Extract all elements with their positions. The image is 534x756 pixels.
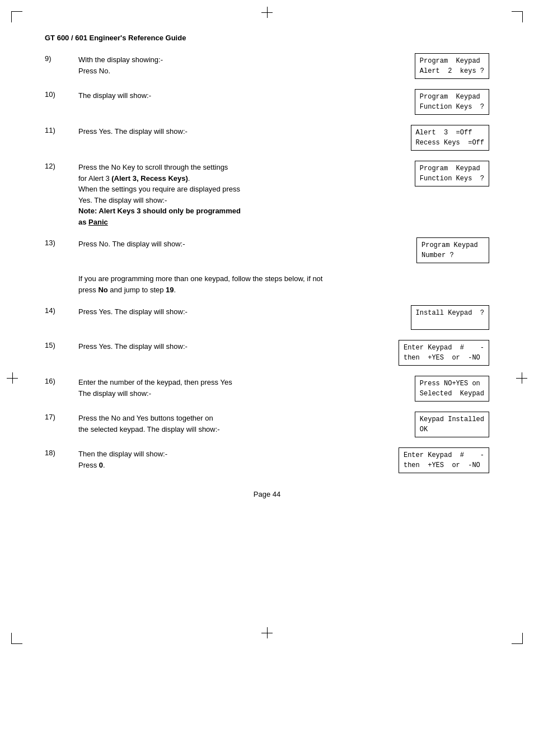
step-text-12: Press the No Key to scroll through the s… [78,161,269,227]
note-text: If you are programming more than one key… [78,273,322,295]
step-13-text: Press No. The display will show:- [78,240,185,248]
step-11-text: Press Yes. The display will show:- [78,127,188,136]
display-box-area-9: Program Keypad Alert 2 keys ? [415,53,489,79]
step-12-text: Press the No Key to scroll through the s… [78,163,241,226]
display-box-9: Program Keypad Alert 2 keys ? [415,53,489,79]
page: GT 600 / 601 Engineer's Reference Guide … [0,0,534,756]
corner-mark-tr [512,11,523,22]
display-box-15: Enter Keypad # - then +YES or -NO [399,340,489,366]
corner-mark-br [512,633,523,644]
step-num-9: 9) [45,53,78,63]
display-box-area-14: Install Keypad ? [411,305,489,330]
step-text-10: The display will show:- [78,89,269,101]
step-10-text: The display will show:- [78,91,151,100]
step-text-18: Then the display will show:-Press 0. [78,447,269,470]
display-box-14: Install Keypad ? [411,305,489,330]
display-box-area-10: Program Keypad Function Keys ? [415,89,489,115]
step-16: 16) Enter the number of the keypad, then… [45,376,489,402]
cross-left [7,372,18,384]
cross-bottom [261,627,273,638]
display-box-area-13: Program Keypad Number ? [416,237,489,263]
cross-top [261,7,273,18]
display-box-18: Enter Keypad # - then +YES or -NO [399,447,489,473]
step-num-18: 18) [45,447,78,457]
display-box-area-11: Alert 3 =Off Recess Keys =Off [411,125,489,151]
step-text-16: Enter the number of the keypad, then pre… [78,376,269,399]
step-18: 18) Then the display will show:-Press 0.… [45,447,489,473]
page-title: GT 600 / 601 Engineer's Reference Guide [45,34,489,42]
step-num-16: 16) [45,376,78,385]
step-9: 9) With the display showing:-Press No. P… [45,53,489,79]
display-box-11: Alert 3 =Off Recess Keys =Off [411,125,489,151]
step-17: 17) Press the No and Yes buttons togethe… [45,412,489,437]
step-num-17: 17) [45,412,78,421]
step-16-text: Enter the number of the keypad, then pre… [78,378,232,398]
cross-right [516,372,527,384]
step-18-text: Then the display will show:-Press 0. [78,450,167,469]
display-box-area-17: Keypad Installed OK [415,412,489,437]
step-13: 13) Press No. The display will show:- Pr… [45,237,489,263]
note-block: If you are programming more than one key… [45,273,489,295]
step-text-13: Press No. The display will show:- [78,237,269,250]
step-17-text: Press the No and Yes buttons together on… [78,414,220,433]
corner-mark-tl [11,11,22,22]
display-box-12: Program Keypad Function Keys ? [415,161,489,186]
page-footer: Page 44 [45,490,489,498]
display-box-17: Keypad Installed OK [415,412,489,437]
display-box-area-18: Enter Keypad # - then +YES or -NO [399,447,489,473]
step-num-14: 14) [45,305,78,315]
step-10: 10) The display will show:- Program Keyp… [45,89,489,115]
display-box-16: Press NO+YES on Selected Keypad [415,376,489,402]
step-15: 15) Press Yes. The display will show:- E… [45,340,489,366]
step-14: 14) Press Yes. The display will show:- I… [45,305,489,330]
step-12: 12) Press the No Key to scroll through t… [45,161,489,227]
page-number: Page 44 [254,490,280,498]
display-box-area-12: Program Keypad Function Keys ? [415,161,489,186]
step-text-11: Press Yes. The display will show:- [78,125,269,137]
step-num-11: 11) [45,125,78,134]
display-box-area-16: Press NO+YES on Selected Keypad [415,376,489,402]
step-num-15: 15) [45,340,78,349]
step-14-text: Press Yes. The display will show:- [78,307,188,316]
step-9-text: With the display showing:-Press No. [78,55,163,75]
step-text-9: With the display showing:-Press No. [78,53,269,76]
step-text-15: Press Yes. The display will show:- [78,340,269,352]
corner-mark-bl [11,633,22,644]
step-15-text: Press Yes. The display will show:- [78,342,188,351]
step-text-17: Press the No and Yes buttons together on… [78,412,269,435]
step-text-14: Press Yes. The display will show:- [78,305,269,318]
step-num-12: 12) [45,161,78,170]
display-box-13: Program Keypad Number ? [416,237,489,263]
display-box-area-15: Enter Keypad # - then +YES or -NO [399,340,489,366]
display-box-10: Program Keypad Function Keys ? [415,89,489,115]
step-11: 11) Press Yes. The display will show:- A… [45,125,489,151]
content-area: 9) With the display showing:-Press No. P… [45,53,489,473]
step-num-13: 13) [45,237,78,247]
step-num-10: 10) [45,89,78,99]
